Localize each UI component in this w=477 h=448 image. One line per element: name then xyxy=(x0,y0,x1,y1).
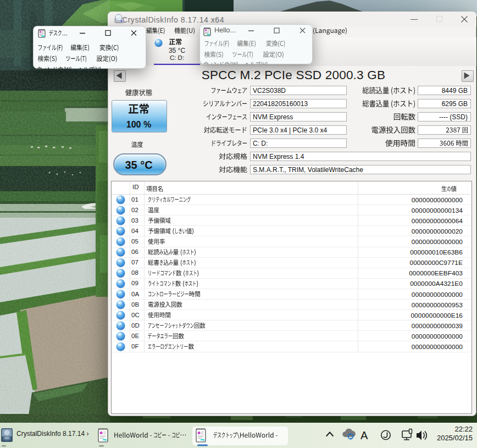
svg-text:A: A xyxy=(360,429,368,441)
